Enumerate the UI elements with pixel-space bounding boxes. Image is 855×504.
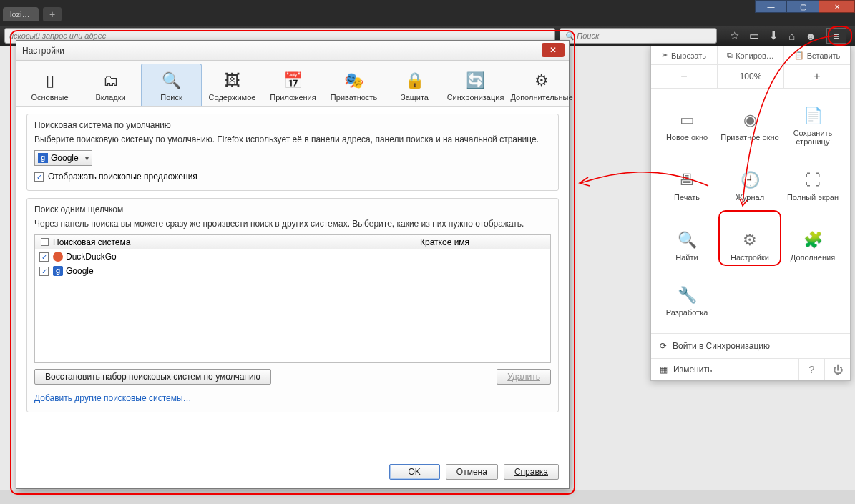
remove-button[interactable]: Удалить: [497, 369, 551, 385]
tab-tabs[interactable]: 🗂Вкладки: [80, 64, 141, 106]
duckduckgo-icon: [53, 252, 63, 262]
content-icon: 🖼: [225, 71, 240, 90]
cancel-button[interactable]: Отмена: [446, 464, 498, 480]
tab-bar: lozi… +: [0, 4, 62, 24]
tab-advanced[interactable]: ⚙Дополнительные: [506, 64, 577, 106]
default-search-group: Поисковая система по умолчанию Выберите …: [26, 114, 559, 191]
tab-label: Приложения: [270, 93, 316, 102]
plus-box-icon: ▦: [660, 365, 668, 375]
suggestions-checkbox[interactable]: ✓: [34, 172, 44, 182]
zoom-in-button[interactable]: +: [784, 65, 850, 88]
tab-label: Синхронизация: [447, 93, 504, 102]
face-icon[interactable]: ☻: [805, 30, 816, 42]
restore-defaults-button[interactable]: Восстановить набор поисковых систем по у…: [34, 369, 271, 385]
header-checkbox[interactable]: [41, 238, 49, 246]
dialog-close-button[interactable]: ✕: [542, 43, 565, 57]
tab-applications[interactable]: 📅Приложения: [263, 64, 323, 106]
bookmarks-icon[interactable]: ▭: [749, 29, 759, 42]
tab-label: Основные: [31, 93, 68, 102]
new-window-icon: ▭: [680, 110, 695, 130]
menu-zoom-row: − 100% +: [651, 65, 850, 89]
table-row[interactable]: ✓ DuckDuckGo: [35, 249, 550, 264]
tab-security[interactable]: 🔒Защита: [384, 64, 445, 106]
menu-item-label: Печать: [674, 193, 700, 202]
menu-paste-label: Вставить: [807, 51, 841, 60]
status-bar: [0, 490, 855, 504]
window-minimize-button[interactable]: —: [755, 0, 787, 13]
clock-icon: 🕘: [741, 170, 760, 190]
browser-tab[interactable]: lozi…: [3, 7, 39, 21]
menu-power-button[interactable]: ⏻: [824, 359, 850, 380]
menu-help-button[interactable]: ?: [798, 359, 824, 380]
menu-item-settings[interactable]: ⚙Настройки: [718, 216, 781, 276]
engines-table: Поисковая система Краткое имя ✓ DuckDuck…: [34, 234, 551, 363]
menu-item-label: Сохранить страницу: [781, 129, 844, 146]
menu-item-label: Настройки: [731, 253, 769, 262]
tab-privacy[interactable]: 🎭Приватность: [323, 64, 384, 106]
downloads-icon[interactable]: ⬇: [769, 29, 778, 42]
engine-name: DuckDuckGo: [66, 252, 117, 262]
add-engines-link[interactable]: Добавить другие поисковые системы…: [34, 393, 192, 403]
tab-content[interactable]: 🖼Содержимое: [202, 64, 263, 106]
menu-copy[interactable]: ⧉Копиров…: [718, 46, 784, 64]
menu-item-print[interactable]: 🖶Печать: [655, 156, 718, 216]
menu-cut[interactable]: ✂Вырезать: [651, 46, 718, 64]
suggestions-row: ✓ Отображать поисковые предложения: [34, 172, 551, 182]
menu-item-history[interactable]: 🕘Журнал: [718, 156, 781, 216]
menu-item-label: Дополнения: [791, 253, 835, 262]
help-label: Справка: [514, 467, 548, 477]
new-tab-button[interactable]: +: [43, 7, 62, 21]
col-shortname[interactable]: Краткое имя: [414, 237, 550, 247]
menu-item-save-page[interactable]: 📄Сохранить страницу: [781, 96, 844, 156]
menu-item-label: Новое окно: [666, 133, 708, 142]
help-button[interactable]: Справка: [504, 464, 559, 480]
window-controls: — ▢ ✕: [755, 0, 855, 13]
zoom-out-button[interactable]: −: [651, 65, 718, 88]
group-description: Через панель поиска вы можете сразу же п…: [34, 219, 551, 229]
tab-search[interactable]: 🔍Поиск: [141, 64, 202, 106]
home-icon[interactable]: ⌂: [788, 30, 795, 42]
menu-item-addons[interactable]: 🧩Дополнения: [781, 216, 844, 276]
menu-signin[interactable]: ⟳Войти в Синхронизацию: [651, 333, 850, 358]
search-input[interactable]: 🔍 Поиск: [560, 28, 717, 44]
window-close-button[interactable]: ✕: [819, 0, 855, 13]
col-engine[interactable]: Поисковая система: [35, 237, 414, 247]
default-engine-combo[interactable]: gGoogle: [34, 150, 92, 166]
lock-icon: 🔒: [405, 71, 424, 90]
table-row[interactable]: ✓ g Google: [35, 264, 550, 278]
menu-item-fullscreen[interactable]: ⛶Полный экран: [781, 156, 844, 216]
sync-icon: 🔄: [466, 71, 485, 90]
sync-icon: ⟳: [660, 341, 667, 351]
menu-button[interactable]: ≡: [826, 28, 846, 44]
menu-customize[interactable]: ▦Изменить: [651, 359, 798, 380]
menu-item-private-window[interactable]: ◉Приватное окно: [718, 96, 781, 156]
tab-label: Дополнительные: [510, 93, 572, 102]
row-checkbox[interactable]: ✓: [39, 252, 49, 262]
search-placeholder: Поиск: [577, 31, 599, 40]
tab-label: Поиск: [160, 93, 182, 102]
zoom-value: 100%: [718, 65, 784, 88]
window-maximize-button[interactable]: ▢: [787, 0, 819, 13]
settings-dialog: Настройки ✕ ▯Основные 🗂Вкладки 🔍Поиск 🖼С…: [16, 40, 570, 489]
suggestions-label: Отображать поисковые предложения: [48, 172, 197, 182]
menu-panel: ✂Вырезать ⧉Копиров… 📋Вставить − 100% + ▭…: [650, 46, 851, 381]
group-description: Выберите поисковую систему по умолчанию.…: [34, 134, 551, 144]
menu-bottom-row: ▦Изменить ? ⏻: [651, 358, 850, 380]
star-icon[interactable]: ☆: [730, 29, 739, 42]
menu-item-developer[interactable]: 🔧Разработка: [655, 276, 718, 326]
row-checkbox[interactable]: ✓: [39, 267, 49, 276]
menu-item-label: Журнал: [736, 193, 764, 202]
dialog-title-bar[interactable]: Настройки: [16, 41, 569, 61]
menu-paste[interactable]: 📋Вставить: [784, 46, 850, 64]
menu-item-new-window[interactable]: ▭Новое окно: [655, 96, 718, 156]
menu-item-label: Полный экран: [787, 193, 839, 202]
ok-button[interactable]: OK: [389, 464, 440, 480]
tab-general[interactable]: ▯Основные: [19, 64, 80, 106]
menu-item-label: Приватное окно: [720, 133, 778, 142]
search-icon: 🔍: [678, 230, 697, 250]
menu-item-find[interactable]: 🔍Найти: [655, 216, 718, 276]
dialog-title: Настройки: [22, 46, 64, 56]
dialog-body: Поисковая система по умолчанию Выберите …: [16, 107, 569, 463]
tab-sync[interactable]: 🔄Синхронизация: [445, 64, 506, 106]
google-icon: g: [38, 153, 48, 163]
